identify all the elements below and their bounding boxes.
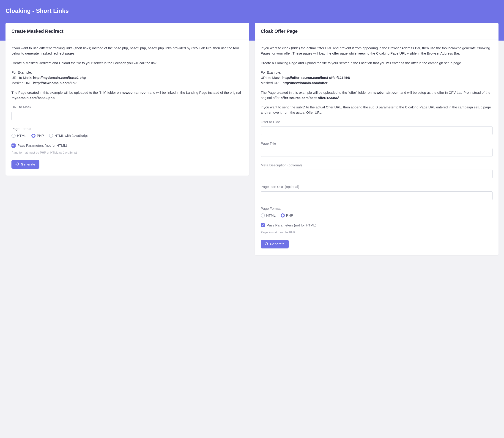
input-page-icon-url[interactable]	[261, 191, 493, 200]
label-offer-to-hide: Offer to Hide	[261, 120, 493, 125]
label-page-icon-url: Page Icon URL (optional)	[261, 184, 493, 190]
cards-container: Create Masked Redirect If you want to us…	[0, 23, 504, 264]
url-to-mask-value: http://mydomain.com/base2.php	[33, 76, 86, 79]
checkbox-pass-parameters[interactable]: Pass Parameters (not for HTML)	[261, 223, 493, 228]
label-page-title: Page Title	[261, 141, 493, 146]
masked-url-value: http://newdomain.com/offer	[282, 81, 328, 85]
card-header: Cloak Offer Page	[255, 23, 498, 39]
radio-php-label: PHP	[37, 133, 44, 138]
card-body: If you want to cloak (hide) the actual O…	[255, 39, 498, 255]
checkbox-pass-parameters[interactable]: Pass Parameters (not for HTML)	[11, 143, 243, 148]
checkbox-pass-parameters-label: Pass Parameters (not for HTML)	[267, 223, 316, 228]
explain-pre: The Page created in this example will be…	[11, 90, 122, 94]
generate-button-label: Generate	[21, 162, 35, 166]
label-url-to-mask: URL to Mask	[11, 105, 243, 110]
page-format-hint: Page format must be PHP	[261, 230, 493, 235]
page-title: Cloaking - Short Links	[6, 6, 498, 15]
example-label: For Example:	[261, 70, 281, 74]
explain-mid: and will be linked in the Landing Page i…	[149, 90, 241, 94]
label-page-format: Page Format	[11, 126, 243, 131]
refresh-icon	[16, 162, 19, 166]
intro-text: If you want to cloak (hide) the actual O…	[261, 45, 493, 56]
checkmark-icon	[261, 223, 265, 227]
radio-circle-icon	[281, 213, 285, 218]
explain-b2: offer-source.com/best-offer/123456/	[280, 96, 339, 100]
radio-html-label: HTML	[266, 213, 276, 218]
radio-circle-icon	[261, 213, 265, 218]
card-cloak-offer: Cloak Offer Page If you want to cloak (h…	[255, 23, 498, 255]
radio-group-page-format: HTML PHP HTML with JavaScript	[11, 133, 243, 138]
card-body: If you want to use different tracking li…	[6, 39, 249, 175]
radio-php[interactable]: PHP	[281, 213, 293, 218]
generate-button-label: Generate	[270, 242, 285, 246]
input-page-title[interactable]	[261, 148, 493, 157]
masked-url-label: Masked URL:	[11, 81, 33, 85]
url-to-mask-value: http://offer-source.com/best-offer/12345…	[282, 76, 350, 79]
page-format-hint: Page format must be PHP or HTML w/ JavaS…	[11, 150, 243, 155]
explain-block: The Page created in this example will be…	[261, 90, 493, 101]
url-to-mask-label: URL to Mask:	[261, 76, 282, 79]
radio-php[interactable]: PHP	[31, 133, 44, 138]
card-title: Create Masked Redirect	[11, 28, 243, 35]
card-header: Create Masked Redirect	[6, 23, 249, 39]
card-title: Cloak Offer Page	[261, 28, 493, 35]
example-block: For Example: URL to Mask: http://mydomai…	[11, 70, 243, 86]
checkbox-pass-parameters-label: Pass Parameters (not for HTML)	[17, 143, 67, 148]
input-offer-to-hide[interactable]	[261, 126, 493, 135]
radio-circle-icon	[31, 134, 35, 138]
radio-html-js[interactable]: HTML with JavaScript	[49, 133, 88, 138]
explain-b1: newdomain.com	[122, 90, 149, 94]
explain-pre: The Page created in this example will be…	[261, 90, 373, 94]
input-meta-description[interactable]	[261, 170, 493, 178]
generate-button[interactable]: Generate	[11, 160, 39, 169]
radio-circle-icon	[11, 134, 16, 138]
label-meta-description: Meta Description (optional)	[261, 163, 493, 168]
radio-circle-icon	[49, 134, 53, 138]
explain-block: The Page created in this example will be…	[11, 90, 243, 101]
radio-html-js-label: HTML with JavaScript	[54, 133, 88, 138]
checkmark-icon	[11, 143, 16, 148]
explain-b1: newdomain.com	[373, 90, 399, 94]
refresh-icon	[265, 242, 268, 246]
masked-url-value: http://newdomain.com/link	[33, 81, 76, 85]
url-to-mask-label: URL to Mask:	[11, 76, 33, 79]
subid-note: If you want to send the subID to the act…	[261, 105, 493, 115]
masked-url-label: Masked URL:	[261, 81, 282, 85]
radio-html-label: HTML	[17, 133, 26, 138]
upload-note: Create a Masked Redirect and Upload the …	[11, 60, 243, 66]
label-page-format: Page Format	[261, 206, 493, 211]
upload-note: Create a Cloaking Page and Upload the fi…	[261, 60, 493, 66]
radio-group-page-format: HTML PHP	[261, 213, 493, 218]
explain-b2: mydomain.com/base2.php	[11, 96, 54, 100]
example-label: For Example:	[11, 70, 32, 74]
example-block: For Example: URL to Mask: http://offer-s…	[261, 70, 493, 86]
radio-html[interactable]: HTML	[261, 213, 276, 218]
generate-button[interactable]: Generate	[261, 240, 289, 248]
radio-html[interactable]: HTML	[11, 133, 26, 138]
radio-php-label: PHP	[286, 213, 293, 218]
card-masked-redirect: Create Masked Redirect If you want to us…	[6, 23, 249, 175]
intro-text: If you want to use different tracking li…	[11, 45, 243, 56]
input-url-to-mask[interactable]	[11, 112, 243, 120]
